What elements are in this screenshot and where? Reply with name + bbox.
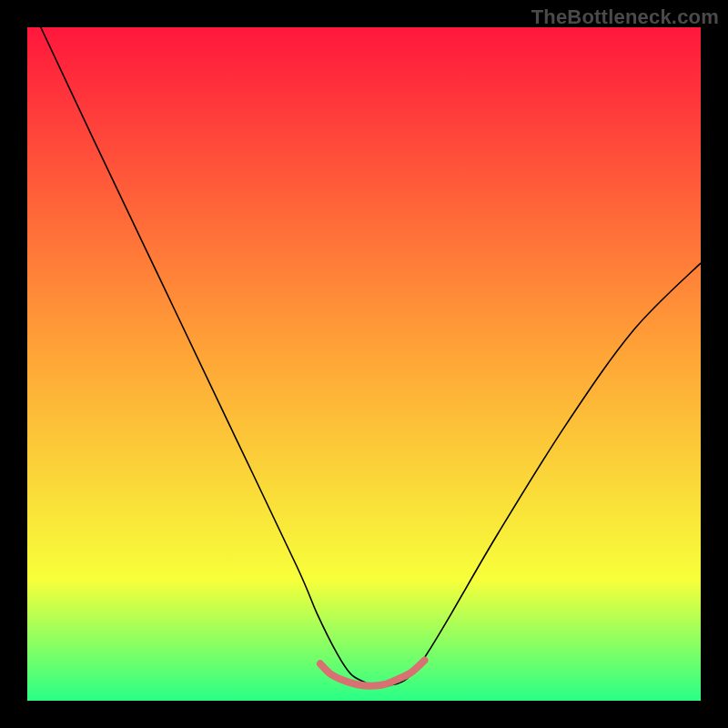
bottleneck-chart — [27, 27, 701, 701]
gradient-background — [27, 27, 701, 701]
watermark-text: TheBottleneck.com — [531, 5, 719, 29]
